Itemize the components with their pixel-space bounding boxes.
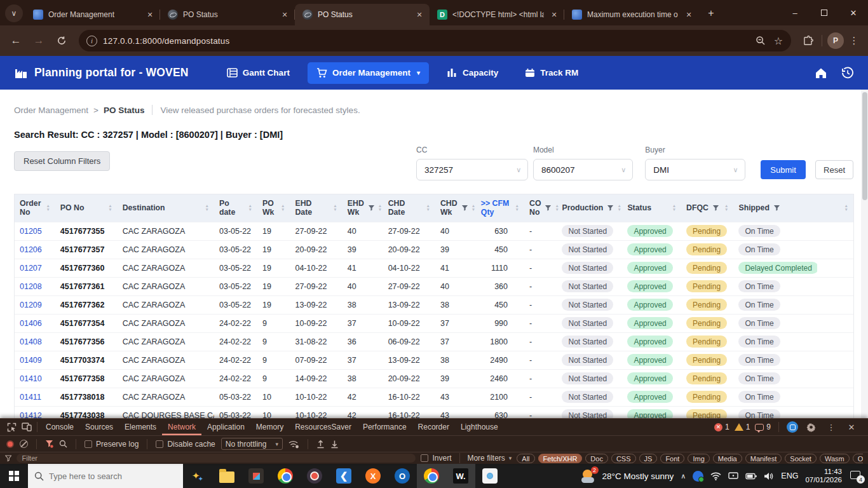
reset-column-filters-button[interactable]: Reset Column Filters xyxy=(14,151,110,171)
column-header-status[interactable]: Status▲▼ xyxy=(622,194,681,222)
tab-close-icon[interactable]: ✕ xyxy=(549,10,559,20)
column-header-shipped[interactable]: Shipped xyxy=(733,194,817,222)
tab-close-icon[interactable]: ✕ xyxy=(145,10,155,20)
filter-funnel-icon[interactable] xyxy=(461,205,468,212)
page-scrollbar[interactable] xyxy=(861,90,868,418)
extensions-icon[interactable] xyxy=(799,32,817,50)
record-network-log-icon[interactable] xyxy=(6,440,14,448)
vscode-icon[interactable]: ❮ xyxy=(329,464,358,488)
chrome-icon[interactable] xyxy=(271,464,300,488)
reset-button[interactable]: Reset xyxy=(815,160,853,179)
column-header-col[interactable]: ▲▼ xyxy=(817,194,853,222)
order-no-link[interactable]: 01406 xyxy=(20,319,42,328)
column-header-destination[interactable]: Destination▲▼ xyxy=(118,194,214,222)
devtools-tab-recorder[interactable]: Recorder xyxy=(412,419,455,435)
throttling-select[interactable]: No throttling▾ xyxy=(221,438,283,450)
nav-item-gantt-chart[interactable]: Gantt Chart xyxy=(218,62,299,83)
request-type-chip-media[interactable]: Media xyxy=(713,454,742,463)
request-type-chip-fetch-xhr[interactable]: Fetch/XHR xyxy=(538,454,583,463)
w-app-icon[interactable]: W. xyxy=(446,464,475,488)
request-type-chip-manifest[interactable]: Manifest xyxy=(745,454,782,463)
chrome-active-icon[interactable] xyxy=(417,464,446,488)
display-icon[interactable] xyxy=(728,472,738,480)
browser-tab[interactable]: Maximum execution time o ✕ xyxy=(564,4,699,25)
more-filters-button[interactable]: More filters▾ xyxy=(467,454,512,463)
export-har-icon[interactable] xyxy=(330,440,339,449)
taskbar-search-input[interactable] xyxy=(49,471,157,481)
sort-icon[interactable]: ▲▼ xyxy=(841,204,848,212)
sort-icon[interactable]: ▲▼ xyxy=(468,204,475,212)
nav-item-track-rm[interactable]: Track RM xyxy=(516,62,587,83)
photos-icon[interactable] xyxy=(475,464,505,488)
devtools-tab-sources[interactable]: Sources xyxy=(79,419,119,435)
start-button[interactable] xyxy=(0,464,28,488)
clear-network-log-icon[interactable] xyxy=(20,440,28,448)
model-select[interactable]: 8600207 ∨ xyxy=(533,159,633,180)
request-type-chip-css[interactable]: CSS xyxy=(611,454,636,463)
sort-icon[interactable]: ▲▼ xyxy=(552,204,559,212)
weather-widget[interactable]: 2 28°C Mostly sunny xyxy=(581,468,674,484)
network-filter-input[interactable] xyxy=(17,454,416,463)
url-text[interactable]: 127.0.0.1:8000/demandpostatus xyxy=(103,36,752,46)
column-header-po-no[interactable]: PO No▲▼ xyxy=(55,194,118,222)
tab-close-icon[interactable]: ✕ xyxy=(280,10,290,20)
column-header-ehd-date[interactable]: EHD Date▲▼ xyxy=(290,194,342,222)
filter-funnel-icon[interactable] xyxy=(545,205,552,212)
order-no-link[interactable]: 01412 xyxy=(20,411,42,418)
console-warning-count[interactable]: 1 xyxy=(735,423,750,431)
issues-count[interactable]: 9 xyxy=(755,423,771,431)
window-close-button[interactable]: ✕ xyxy=(839,0,868,25)
battery-icon[interactable] xyxy=(745,473,757,480)
request-type-chip-other[interactable]: Other xyxy=(853,454,863,463)
cc-select[interactable]: 327257 ∨ xyxy=(416,159,528,180)
column-header-chd-date[interactable]: CHD Date▲▼ xyxy=(383,194,435,222)
xampp-icon[interactable]: X xyxy=(358,464,388,488)
devtools-tab-application[interactable]: Application xyxy=(201,419,250,435)
browser-tab-active[interactable]: PO Status ✕ xyxy=(295,4,430,25)
filter-funnel-icon[interactable] xyxy=(368,205,375,212)
address-bar[interactable]: i 127.0.0.1:8000/demandpostatus ☆ xyxy=(79,30,791,51)
devtools-close-icon[interactable]: ✕ xyxy=(844,421,859,433)
filter-funnel-icon[interactable] xyxy=(712,205,719,212)
column-header-po-date[interactable]: Po date▲▼ xyxy=(214,194,257,222)
devtools-tab-lighthouse[interactable]: Lighthouse xyxy=(455,419,504,435)
brand[interactable]: Planning portal for - WOVEN xyxy=(14,66,189,79)
outlook-icon[interactable]: O xyxy=(388,464,417,488)
column-header-order-no[interactable]: Order No▲▼ xyxy=(15,194,55,222)
request-type-chip-all[interactable]: All xyxy=(517,454,534,463)
window-minimize-button[interactable]: – xyxy=(780,0,810,25)
window-maximize-button[interactable] xyxy=(810,0,839,25)
request-type-chip-js[interactable]: JS xyxy=(639,454,658,463)
new-tab-button[interactable]: + xyxy=(703,5,719,22)
filter-funnel-icon[interactable] xyxy=(773,205,780,212)
devtools-settings-icon[interactable] xyxy=(803,421,818,433)
search-network-icon[interactable] xyxy=(59,440,67,448)
history-icon[interactable] xyxy=(841,67,854,79)
column-header-ehd-wk[interactable]: EHD Wk▲▼ xyxy=(342,194,383,222)
wifi-icon[interactable] xyxy=(710,472,721,480)
tab-close-icon[interactable]: ✕ xyxy=(684,10,694,20)
sort-icon[interactable]: ▲▼ xyxy=(669,204,676,212)
order-no-link[interactable]: 01206 xyxy=(20,245,42,254)
taskbar-search[interactable] xyxy=(28,464,183,488)
network-conditions-icon[interactable] xyxy=(288,440,299,449)
request-type-chip-img[interactable]: Img xyxy=(688,454,709,463)
tab-search-button[interactable]: ∨ xyxy=(5,4,23,22)
security-app-icon[interactable] xyxy=(693,471,703,482)
scrollbar-thumb[interactable] xyxy=(862,92,867,200)
order-no-link[interactable]: 01207 xyxy=(20,264,42,273)
request-type-chip-font[interactable]: Font xyxy=(660,454,684,463)
sort-icon[interactable]: ▲▼ xyxy=(278,204,285,212)
request-type-chip-doc[interactable]: Doc xyxy=(585,454,608,463)
volume-icon[interactable] xyxy=(764,472,774,480)
order-no-link[interactable]: 01205 xyxy=(20,227,42,236)
devtools-tab-network[interactable]: Network xyxy=(162,419,201,435)
file-explorer-icon[interactable] xyxy=(212,464,241,488)
filter-funnel-icon[interactable] xyxy=(45,440,53,448)
import-har-icon[interactable] xyxy=(316,440,325,449)
column-header-co-no[interactable]: CO No▲▼ xyxy=(524,194,557,222)
devtools-menu-icon[interactable]: ⋮ xyxy=(824,421,839,433)
request-type-chip-socket[interactable]: Socket xyxy=(785,454,817,463)
bookmark-star-icon[interactable]: ☆ xyxy=(770,32,787,50)
devtools-tab-console[interactable]: Console xyxy=(40,419,79,435)
